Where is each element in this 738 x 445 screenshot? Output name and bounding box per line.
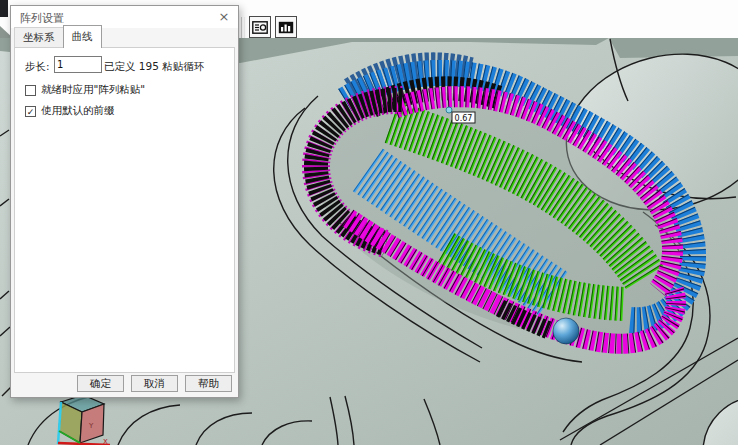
- display-settings-icon: [252, 21, 268, 34]
- ok-button[interactable]: 确定: [77, 375, 124, 392]
- cube-x-label: X: [103, 438, 108, 445]
- dialog-title: 阵列设置: [20, 11, 64, 26]
- dialog-titlebar[interactable]: 阵列设置 ×: [11, 6, 238, 28]
- window-corner-sliver: [0, 0, 8, 17]
- value-marker-label: 0.67: [455, 114, 473, 123]
- close-icon[interactable]: ×: [216, 9, 232, 25]
- apply-array-paste-checkbox[interactable]: 就绪时应用"阵列粘贴": [25, 83, 145, 97]
- cube-y-label: Y: [88, 422, 94, 430]
- checkbox-checked[interactable]: ✓: [25, 106, 36, 117]
- toolbar-separator: [241, 17, 245, 38]
- histogram-icon: [278, 21, 294, 34]
- apply-array-paste-label: 就绪时应用"阵列粘贴": [41, 83, 145, 97]
- use-default-prefix-label: 使用默认的前缀: [41, 104, 115, 118]
- dialog-tabs: 坐标系 曲线: [14, 30, 101, 48]
- display-settings-button[interactable]: [249, 16, 271, 38]
- step-length-label: 步长:: [25, 60, 50, 74]
- array-settings-dialog: 阵列设置 × 坐标系 曲线 步长: 已定义 195 粘贴循环 就绪时应用"阵列粘…: [10, 5, 239, 398]
- histogram-button[interactable]: [275, 16, 297, 38]
- defined-loops-info: 已定义 195 粘贴循环: [104, 60, 204, 74]
- curve-tab-page: 步长: 已定义 195 粘贴循环 就绪时应用"阵列粘贴" ✓ 使用默认的前缀: [14, 47, 235, 373]
- cancel-button[interactable]: 取消: [131, 375, 178, 392]
- checkbox-unchecked[interactable]: [25, 85, 36, 96]
- tab-curve[interactable]: 曲线: [63, 25, 102, 48]
- value-marker: 0.67: [452, 112, 475, 123]
- step-length-input[interactable]: [54, 56, 102, 73]
- sphere-entity[interactable]: [553, 318, 579, 344]
- use-default-prefix-checkbox[interactable]: ✓ 使用默认的前缀: [25, 104, 115, 118]
- tab-coordinate-system[interactable]: 坐标系: [14, 27, 64, 48]
- help-button[interactable]: 帮助: [185, 375, 232, 392]
- point-marker: [446, 107, 452, 113]
